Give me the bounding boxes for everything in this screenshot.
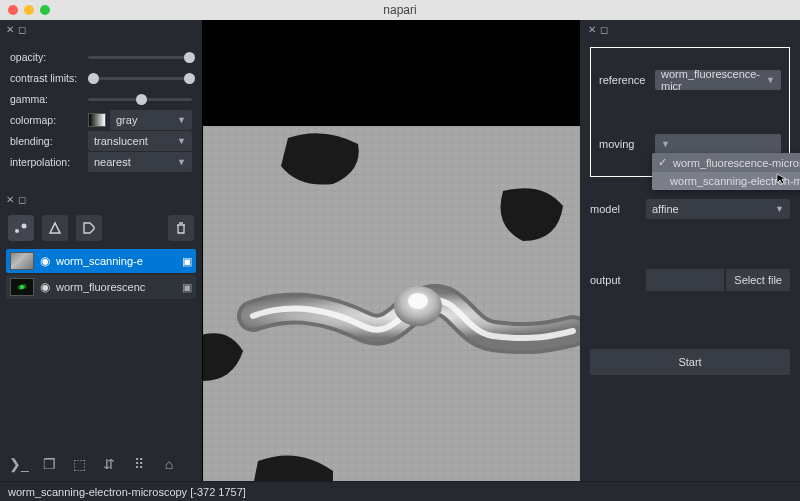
minimize-window-button[interactable] — [24, 5, 34, 15]
moving-select[interactable]: ▼ — [655, 134, 781, 154]
start-button[interactable]: Start — [590, 349, 790, 375]
chevron-down-icon: ▼ — [661, 139, 670, 149]
visibility-icon[interactable]: ◉ — [40, 280, 50, 294]
undock-icon[interactable]: ✕ — [6, 24, 14, 35]
model-value: affine — [652, 203, 679, 215]
reference-select[interactable]: worm_fluorescence-micr ▼ — [655, 70, 781, 90]
blending-value: translucent — [94, 135, 148, 147]
blending-label: blending: — [10, 135, 88, 147]
option-label: worm_fluorescence-microscopy — [673, 157, 800, 169]
opacity-slider[interactable] — [88, 56, 192, 59]
layer-thumbnail — [10, 252, 34, 270]
model-select[interactable]: affine ▼ — [646, 199, 790, 219]
layer-controls: opacity: contrast limits: gamma: colorma… — [0, 39, 202, 184]
gamma-slider[interactable] — [88, 98, 192, 101]
layer-item[interactable]: ◉ worm_scanning-e ▣ — [6, 249, 196, 273]
moving-dropdown-popup: ✓ worm_fluorescence-microscopy worm_scan… — [652, 153, 800, 190]
status-bar: worm_scanning-electron-microscopy [-372 … — [0, 481, 800, 501]
gamma-label: gamma: — [10, 93, 88, 105]
check-icon: ✓ — [658, 156, 667, 169]
left-panel: ✕ ◻ opacity: contrast limits: gamma: — [0, 20, 202, 481]
reference-value: worm_fluorescence-micr — [661, 68, 766, 92]
colormap-value: gray — [116, 114, 137, 126]
layer-item[interactable]: ◉ worm_fluorescenc ▣ — [6, 275, 196, 299]
contrast-slider[interactable] — [88, 77, 192, 80]
layer-toolbar — [0, 209, 202, 243]
colormap-select[interactable]: gray ▼ — [110, 110, 192, 130]
popout-icon[interactable]: ◻ — [18, 24, 26, 35]
visibility-icon[interactable]: ◉ — [40, 254, 50, 268]
chevron-down-icon: ▼ — [177, 157, 186, 167]
maximize-window-button[interactable] — [40, 5, 50, 15]
grid-button[interactable]: ⠿ — [128, 453, 150, 475]
window-title: napari — [383, 3, 416, 17]
reference-label: reference — [599, 74, 655, 86]
chevron-down-icon: ▼ — [177, 115, 186, 125]
interpolation-label: interpolation: — [10, 156, 88, 168]
image-type-icon: ▣ — [182, 281, 192, 294]
layer-list: ◉ worm_scanning-e ▣ ◉ worm_fluorescenc ▣ — [0, 243, 202, 305]
dropdown-option[interactable]: worm_scanning-electron-micros — [652, 172, 800, 190]
chevron-down-icon: ▼ — [766, 75, 775, 85]
dropdown-option[interactable]: ✓ worm_fluorescence-microscopy — [652, 153, 800, 172]
svg-point-1 — [22, 224, 27, 229]
layer-name: worm_fluorescenc — [56, 281, 176, 293]
ndisplay-button[interactable]: ❒ — [38, 453, 60, 475]
svg-point-0 — [15, 229, 19, 233]
console-button[interactable]: ❯_ — [8, 453, 30, 475]
popout-icon[interactable]: ◻ — [18, 194, 26, 205]
blending-select[interactable]: translucent ▼ — [88, 131, 192, 151]
interpolation-value: nearest — [94, 156, 131, 168]
close-window-button[interactable] — [8, 5, 18, 15]
output-path-field[interactable] — [646, 269, 724, 291]
option-label: worm_scanning-electron-micros — [670, 175, 800, 187]
image-type-icon: ▣ — [182, 255, 192, 268]
image-display — [203, 126, 580, 481]
right-panel: ✕ ◻ reference worm_fluorescence-micr ▼ m… — [580, 20, 800, 481]
chevron-down-icon: ▼ — [775, 204, 784, 214]
colormap-swatch — [88, 113, 106, 127]
popout-icon[interactable]: ◻ — [600, 24, 608, 35]
select-file-button[interactable]: Select file — [726, 269, 790, 291]
svg-point-5 — [408, 293, 428, 309]
new-shapes-button[interactable] — [42, 215, 68, 241]
undock-icon[interactable]: ✕ — [6, 194, 14, 205]
status-text: worm_scanning-electron-microscopy [-372 … — [8, 486, 246, 498]
new-labels-button[interactable] — [76, 215, 102, 241]
viewer-canvas[interactable] — [202, 20, 580, 481]
viewer-buttons: ❯_ ❒ ⬚ ⇵ ⠿ ⌂ — [0, 447, 202, 481]
new-points-button[interactable] — [8, 215, 34, 241]
opacity-label: opacity: — [10, 51, 88, 63]
transpose-button[interactable]: ⇵ — [98, 453, 120, 475]
home-button[interactable]: ⌂ — [158, 453, 180, 475]
layer-name: worm_scanning-e — [56, 255, 176, 267]
model-label: model — [590, 203, 646, 215]
moving-label: moving — [599, 138, 655, 150]
window-titlebar: napari — [0, 0, 800, 20]
layer-thumbnail — [10, 278, 34, 296]
contrast-label: contrast limits: — [10, 72, 88, 84]
colormap-label: colormap: — [10, 114, 88, 126]
undock-icon[interactable]: ✕ — [588, 24, 596, 35]
interpolation-select[interactable]: nearest ▼ — [88, 152, 192, 172]
roll-button[interactable]: ⬚ — [68, 453, 90, 475]
chevron-down-icon: ▼ — [177, 136, 186, 146]
delete-layer-button[interactable] — [168, 215, 194, 241]
output-label: output — [590, 274, 646, 286]
